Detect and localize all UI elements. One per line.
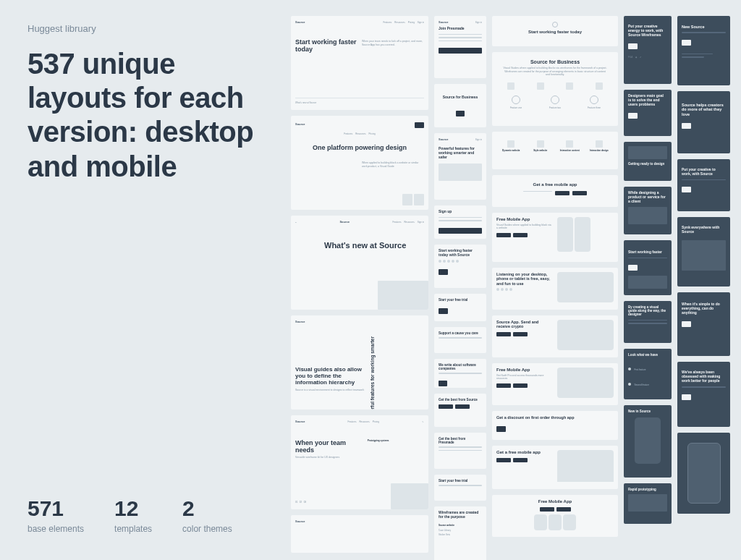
stat-label: base elements (27, 524, 84, 534)
nav: Sign in (418, 221, 424, 224)
icon-label: Dynamic website (496, 149, 526, 152)
stats-row: 571 base elements 12 templates 2 color t… (27, 498, 232, 534)
btn (456, 111, 465, 116)
wireframe-card: Get a discount on first order through ap… (492, 411, 618, 440)
wireframe-card: Synk everywhere with Source (677, 217, 730, 287)
wireframe-card: Get the best from Presmade (434, 433, 486, 469)
list-item: Second feature (634, 383, 648, 386)
card-title: New in Source (628, 410, 667, 413)
feat: Feature two (535, 106, 575, 109)
stat-num: 12 (114, 498, 152, 519)
wireframe-card: Source App. Send and receive crypto (492, 315, 618, 357)
brand: Source (295, 320, 305, 323)
btn (439, 381, 447, 386)
wireframe-card: Source for Business (434, 84, 486, 127)
wireframe-card: Source Visual guides also allow you to d… (291, 315, 428, 410)
card-title: While designing a product or service for… (628, 191, 667, 203)
nav: Features (383, 21, 391, 24)
wireframe-card: Start working faster today (492, 16, 618, 46)
card-footer: What's new at Source (295, 98, 424, 104)
btn (628, 43, 638, 49)
card-title: Designers main goal is to solve the end … (628, 94, 667, 106)
card-title: Sign up (439, 210, 482, 214)
wireframe-card: Start working faster today with Source (434, 245, 486, 288)
wireframe-card: Free Mobile AppGet Swift Pro and access … (492, 363, 618, 405)
card-title: Source App. Send and receive crypto (496, 320, 553, 329)
wireframe-card: New in Source (624, 405, 672, 478)
wireframe-card: Put your creative to work, with Source (677, 159, 730, 211)
card-title: When it's simple to do everything, can d… (682, 302, 726, 315)
wireframe-gallery: SourceFeaturesResourcesPricingSign in St… (291, 16, 741, 560)
stat-num: 571 (27, 498, 84, 519)
card-title: Get the best from Source (439, 398, 482, 402)
wireframe-card: Free Mobile App (492, 495, 618, 537)
nav: Resources (355, 132, 365, 135)
card-title: Get a free mobile app (496, 182, 614, 187)
wireframe-card: Source FeaturesResourcesPricing One plat… (291, 116, 428, 210)
brand: Source (295, 420, 305, 423)
nav: Features (393, 221, 402, 224)
feat: Feature three (575, 106, 614, 109)
feat: Feature one (496, 106, 535, 109)
wireframe-card: Start working faster (624, 240, 672, 295)
wireframe-card: Get the best from Source (434, 394, 486, 427)
icon-label: Interaction content (555, 149, 585, 152)
nav: Resources (404, 221, 414, 224)
card-title: Free Mobile App (496, 368, 553, 373)
card-title: Get a free mobile app (496, 450, 553, 455)
card-title: Get the best from Presmade (439, 437, 482, 444)
card-title: Start your free trial (439, 479, 482, 483)
brand: Source (295, 20, 305, 24)
wireframe-card: Get a free mobile app (492, 446, 618, 489)
card-title: What's new at Source (324, 241, 424, 250)
wireframe-card: SourceSign in Powerful features for work… (434, 133, 486, 200)
wireframe-card: SourceFeaturesResourcesPricing✎ When you… (291, 415, 428, 509)
wireframe-card: Designers main goal is to solve the end … (624, 90, 672, 136)
wireframe-card: Sign up (434, 205, 486, 239)
wireframe-card: Look what we have First feature Second f… (624, 349, 672, 399)
side-label: Prototyping systems (368, 439, 424, 442)
list-item: First feature (634, 368, 645, 371)
btn (682, 321, 691, 327)
card-sub: Source is a visual environment to design… (295, 389, 365, 392)
wireframe-card: Free Mobile AppVisual Guides where appli… (492, 213, 618, 262)
brand: Source (295, 519, 305, 523)
wireframe-card: Dynamic website Style website Interactio… (492, 132, 618, 169)
card-title: Source for Business (496, 59, 614, 65)
card-sub: When your team needs to kick off a proje… (362, 40, 424, 58)
wireframe-card: By creating a visual guide along the way… (624, 301, 672, 343)
btn (496, 426, 506, 432)
wireframe-card: Source helps creators do more of what th… (677, 91, 730, 153)
wireframe-card: Get a free mobile app (492, 175, 618, 207)
icon-label: Style website (526, 149, 556, 152)
btn (439, 269, 448, 275)
card-title: Free Mobile App (496, 217, 553, 222)
btn (439, 48, 482, 54)
btn (682, 40, 691, 46)
card-title: When your team needs (295, 439, 363, 454)
card-title: Join Presmade (439, 27, 482, 31)
wireframe-card: When it's simple to do everything, can d… (677, 292, 730, 356)
wireframe-card: SourceFeaturesResourcesPricingSign in St… (291, 16, 428, 110)
wireframe-card: SourceSign in Join Presmade (434, 16, 486, 78)
btn (415, 122, 424, 128)
card-title: New Source (682, 25, 726, 29)
wireframe-card: Listening on your desktop, phone or tabl… (492, 268, 618, 310)
brand: Source (439, 137, 449, 141)
stat-elements: 571 base elements (27, 498, 84, 534)
wireframe-card: Rapid prototyping (624, 483, 672, 524)
card-sub: Versatile wireframe kit for UX designers (295, 456, 363, 459)
card-title: Start working faster (628, 250, 667, 255)
btn (628, 265, 638, 271)
card-title: Synk everywhere with Source (682, 226, 726, 234)
btn (682, 123, 691, 129)
wireframe-card: We've always been obsessed with making w… (677, 362, 730, 427)
wireframe-card: ≡SourceFeaturesResourcesSign in What's n… (291, 216, 428, 310)
list-item: Sticker Sets (439, 533, 482, 536)
icon-label: Interaction design (585, 149, 614, 152)
eyebrow-label: Huggest libruary (27, 23, 277, 34)
card-title: Put your creative to work, with Source (682, 168, 726, 177)
card-title: Wireframes are created for the purpose (439, 511, 482, 519)
nav: Sign in (418, 21, 424, 24)
wireframe-card: Source (291, 515, 428, 553)
